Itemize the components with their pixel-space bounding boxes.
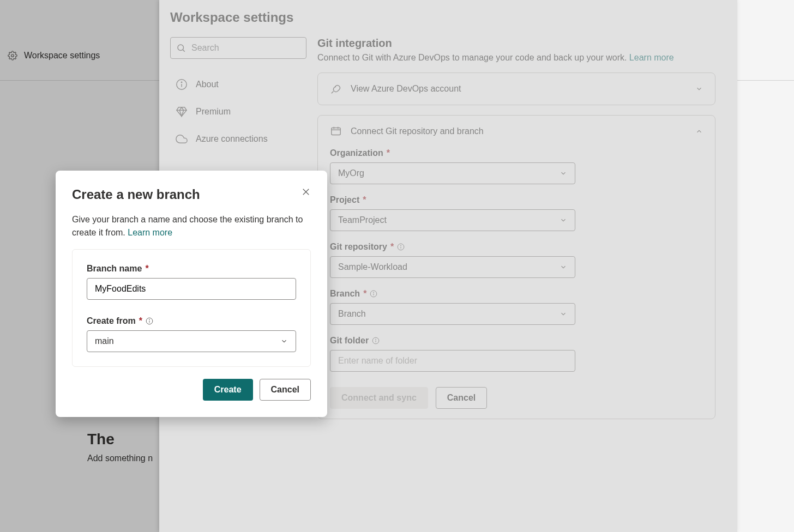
repo-select[interactable]: Sample-Workload	[330, 256, 575, 278]
field-project: Project* TeamProject	[330, 195, 703, 231]
project-value: TeamProject	[338, 215, 387, 225]
sidebar-item-label: About	[196, 80, 219, 89]
connect-repo-header[interactable]: Connect Git repository and branch	[330, 125, 703, 137]
svg-point-18	[376, 339, 376, 340]
close-icon[interactable]	[301, 187, 311, 197]
repo-value: Sample-Workload	[338, 262, 407, 272]
search-box[interactable]	[170, 37, 306, 59]
sidebar-item-about[interactable]: About	[170, 71, 306, 98]
view-account-card[interactable]: View Azure DevOps account	[317, 72, 715, 105]
panel-title: Workspace settings	[170, 10, 737, 25]
branch-name-label: Branch name	[87, 264, 142, 274]
org-select[interactable]: MyOrg	[330, 162, 575, 184]
project-select[interactable]: TeamProject	[330, 209, 575, 231]
create-from-value: main	[95, 336, 114, 346]
required-indicator: *	[145, 264, 148, 274]
cloud-icon	[176, 133, 188, 145]
git-title: Git integration	[317, 37, 715, 50]
learn-more-link[interactable]: Learn more	[629, 53, 674, 62]
svg-line-2	[183, 50, 184, 51]
branch-value: Branch	[338, 309, 366, 319]
field-branch-name: Branch name*	[87, 264, 296, 300]
git-subtitle: Connect to Git with Azure DevOps to mana…	[317, 53, 715, 63]
folder-input[interactable]	[330, 350, 575, 372]
repo-label: Git repository	[330, 242, 387, 252]
diamond-icon	[176, 106, 188, 118]
svg-point-12	[401, 245, 401, 246]
content-area: Git integration Connect to Git with Azur…	[317, 37, 737, 429]
cancel-button[interactable]: Cancel	[260, 379, 311, 401]
required-indicator: *	[390, 242, 394, 252]
chevron-down-icon	[560, 310, 567, 318]
chevron-down-icon	[560, 170, 567, 177]
field-branch: Branch* Branch	[330, 289, 703, 325]
field-create-from: Create from* main	[87, 316, 296, 352]
svg-point-15	[374, 292, 374, 293]
chevron-up-icon	[695, 128, 703, 135]
search-icon	[176, 43, 186, 53]
info-icon	[372, 337, 380, 344]
chevron-down-icon	[560, 216, 567, 224]
learn-more-link[interactable]: Learn more	[128, 228, 172, 237]
create-button[interactable]: Create	[203, 379, 253, 401]
sidebar-item-premium[interactable]: Premium	[170, 98, 306, 125]
create-from-label: Create from	[87, 316, 136, 326]
chevron-down-icon	[695, 85, 703, 93]
card-button-row: Connect and sync Cancel	[330, 387, 703, 409]
modal-description: Give your branch a name and choose the e…	[72, 213, 311, 239]
info-icon	[397, 243, 405, 251]
required-indicator: *	[139, 316, 142, 326]
view-account-label: View Azure DevOps account	[351, 84, 687, 94]
field-git-folder: Git folder	[330, 336, 703, 372]
plug-icon	[330, 83, 342, 95]
modal-title: Create a new branch	[72, 187, 200, 202]
create-branch-modal: Create a new branch Give your branch a n…	[56, 171, 327, 417]
svg-point-1	[178, 45, 184, 51]
modal-form: Branch name* Create from* main	[72, 249, 311, 367]
repo-icon	[330, 125, 342, 137]
chevron-down-icon	[560, 263, 567, 271]
svg-rect-6	[332, 128, 341, 135]
org-label: Organization	[330, 148, 383, 158]
connect-sync-button[interactable]: Connect and sync	[330, 387, 428, 409]
sidebar-item-label: Azure connections	[196, 134, 268, 144]
info-icon	[370, 290, 377, 298]
branch-label: Branch	[330, 289, 360, 299]
org-value: MyOrg	[338, 168, 364, 178]
connect-repo-label: Connect Git repository and branch	[351, 126, 687, 136]
folder-label: Git folder	[330, 336, 369, 346]
sidebar-item-label: Premium	[196, 107, 231, 117]
svg-point-5	[181, 82, 182, 82]
field-repository: Git repository* Sample-Workload	[330, 242, 703, 278]
cancel-button[interactable]: Cancel	[436, 387, 487, 409]
required-indicator: *	[363, 289, 366, 299]
required-indicator: *	[363, 195, 366, 205]
search-input[interactable]	[191, 43, 300, 53]
create-from-select[interactable]: main	[87, 330, 296, 352]
required-indicator: *	[387, 148, 390, 158]
branch-name-input[interactable]	[87, 278, 296, 300]
chevron-down-icon	[280, 337, 288, 345]
field-organization: Organization* MyOrg	[330, 148, 703, 184]
modal-button-row: Create Cancel	[72, 379, 311, 401]
connect-repo-card: Connect Git repository and branch Organi…	[317, 115, 715, 419]
sidebar-item-azure[interactable]: Azure connections	[170, 125, 306, 153]
info-icon	[176, 78, 188, 90]
info-icon	[146, 317, 153, 325]
branch-select[interactable]: Branch	[330, 303, 575, 325]
project-label: Project	[330, 195, 359, 205]
svg-point-23	[149, 319, 150, 320]
